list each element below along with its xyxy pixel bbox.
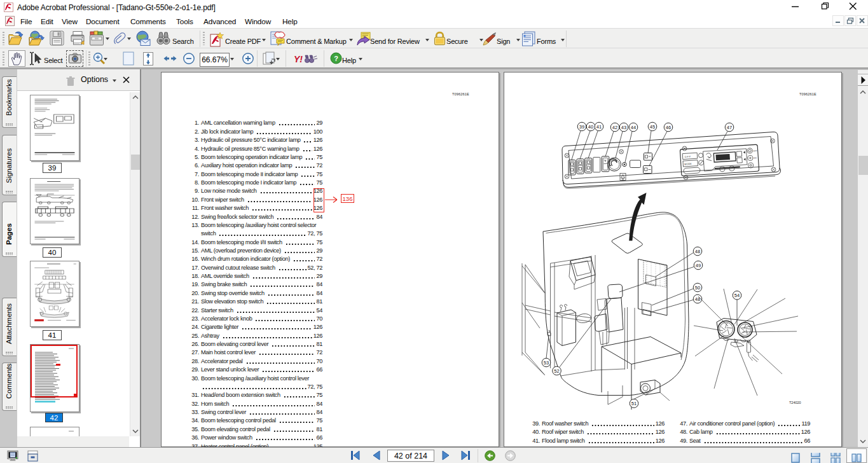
svg-text:44: 44	[631, 125, 636, 130]
svg-text:48: 48	[695, 296, 700, 302]
svg-text:49: 49	[696, 263, 701, 268]
svg-text:45: 45	[650, 124, 655, 130]
svg-text:MODE: MODE	[684, 163, 692, 166]
svg-text:48: 48	[695, 249, 700, 254]
svg-text:51: 51	[631, 401, 637, 406]
svg-text:A/C: A/C	[754, 156, 757, 159]
svg-text:?: ?	[334, 55, 338, 62]
svg-text:O F F: O F F	[684, 155, 691, 158]
svg-text:46: 46	[666, 125, 671, 130]
svg-text:54: 54	[734, 293, 740, 298]
svg-text:53: 53	[544, 360, 549, 366]
svg-text:42: 42	[612, 125, 617, 130]
svg-text:41: 41	[596, 124, 602, 130]
svg-text:47: 47	[727, 125, 732, 130]
svg-text:43: 43	[621, 125, 626, 130]
svg-text:39: 39	[579, 124, 584, 130]
svg-text:40: 40	[588, 124, 593, 130]
svg-text:52: 52	[554, 368, 559, 374]
svg-text:50: 50	[695, 285, 700, 291]
svg-text:OFF: OFF	[753, 149, 757, 152]
